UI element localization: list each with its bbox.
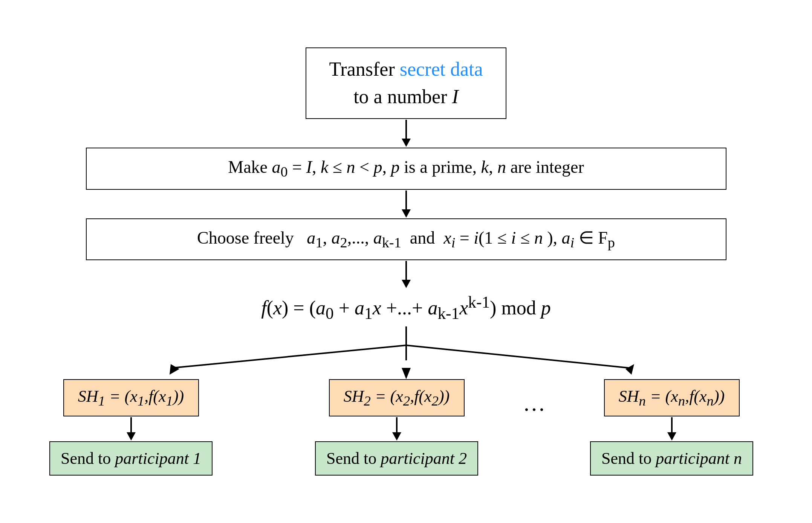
title-line1-blue: secret data: [400, 58, 483, 80]
sh1-column: SH1 = (x1,f(x1)) Send to participant 1: [37, 379, 225, 476]
branch-svg: [86, 326, 726, 379]
svg-marker-5: [625, 364, 634, 375]
sendn-box: Send to participant n: [590, 441, 753, 476]
arrow-head-1: [402, 139, 411, 147]
arrow-line-shn: [671, 417, 673, 432]
arrow-head-3: [402, 280, 411, 288]
sh1-box: SH1 = (x1,f(x1)): [63, 379, 199, 416]
arrow-line-1: [405, 120, 407, 139]
arrow-line-3: [405, 261, 407, 280]
make-box: Make a0 = I, k ≤ n < p, p is a prime, k,…: [86, 148, 726, 190]
branch-arrows: [86, 326, 726, 379]
arrow-sh2: [392, 417, 401, 441]
arrow-head-sh2: [392, 432, 401, 441]
formula-box: f(x) = (a0 + a1x +...+ ak-1xk-1) mod p: [261, 293, 551, 323]
title-box: Transfer secret data to a number I: [306, 47, 506, 119]
send1-box: Send to participant 1: [49, 441, 213, 476]
svg-marker-3: [402, 368, 411, 379]
arrow-sh1: [127, 417, 136, 441]
arrow-head-sh1: [127, 432, 136, 441]
sh-row: SH1 = (x1,f(x1)) Send to participant 1 S…: [29, 379, 783, 476]
arrow-shn: [667, 417, 676, 441]
arrow-2: [402, 191, 411, 218]
title-line2-plain: to a number: [353, 86, 452, 107]
arrow-3: [402, 261, 411, 288]
svg-line-2: [406, 345, 628, 368]
arrow-line-2: [405, 191, 407, 209]
sh2-box: SH2 = (x2,f(x2)): [329, 379, 465, 416]
arrow-1: [402, 120, 411, 147]
svg-marker-4: [170, 364, 179, 375]
arrow-head-2: [402, 209, 411, 218]
arrow-line-sh1: [130, 417, 132, 432]
choose-box: Choose freely a1, a2,..., ak-1 and xi = …: [86, 218, 726, 261]
diagram: Transfer secret data to a number I Make …: [29, 47, 783, 476]
dots: …: [500, 379, 568, 416]
shn-box: SHn = (xn,f(xn)): [604, 379, 740, 416]
arrow-line-sh2: [396, 417, 398, 432]
title-variable-I: I: [452, 86, 459, 107]
title-line1-plain: Transfer: [329, 58, 399, 80]
sh2-column: SH2 = (x2,f(x2)) Send to participant 2: [293, 379, 500, 476]
arrow-head-shn: [667, 432, 676, 441]
send2-box: Send to participant 2: [315, 441, 478, 476]
shn-column: SHn = (xn,f(xn)) Send to participant n: [568, 379, 775, 476]
svg-line-1: [173, 345, 406, 368]
